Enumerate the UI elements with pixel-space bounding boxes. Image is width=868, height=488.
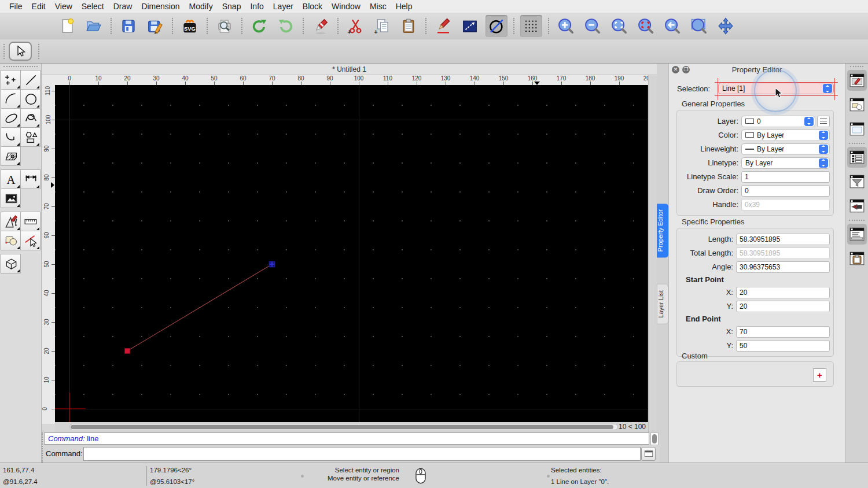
layer-combo[interactable]: 0	[741, 116, 815, 127]
menu-dimension[interactable]: Dimension	[137, 0, 184, 13]
clipboard-dock-button[interactable]	[847, 248, 867, 269]
strip-drag-handle[interactable]	[850, 66, 863, 67]
property-editor-dock-button[interactable]	[847, 70, 867, 91]
scrollbar-track[interactable]	[69, 424, 618, 430]
menu-select[interactable]: Select	[77, 0, 109, 13]
command-input[interactable]	[83, 447, 641, 461]
menu-draw[interactable]: Draw	[109, 0, 137, 13]
zoom-back-button[interactable]	[661, 15, 683, 37]
command-detach-button[interactable]	[641, 447, 656, 461]
combo-stepper[interactable]	[823, 84, 832, 93]
deselect-tools-button[interactable]	[20, 231, 41, 250]
menu-view[interactable]: View	[50, 0, 77, 13]
solid-tools-button[interactable]	[1, 254, 21, 273]
menu-modify[interactable]: Modify	[185, 0, 218, 13]
menu-layer[interactable]: Layer	[269, 0, 298, 13]
block-list-dock-button[interactable]	[847, 94, 867, 115]
zoom-previous-button[interactable]	[635, 15, 657, 37]
combo-stepper[interactable]	[819, 131, 828, 140]
draw-arc-button[interactable]	[1, 89, 21, 109]
dock-tab-layer-list[interactable]: Layer List	[657, 284, 668, 324]
save-button[interactable]	[117, 15, 139, 37]
new-file-button[interactable]	[56, 15, 78, 37]
draw-text-button[interactable]: A	[1, 169, 21, 189]
print-preview-button[interactable]	[214, 15, 236, 37]
color-combo[interactable]: By Layer	[741, 130, 830, 141]
erase-button[interactable]	[310, 15, 332, 37]
export-svg-button[interactable]: SVG	[179, 15, 201, 37]
layer-menu-button[interactable]	[817, 116, 830, 127]
linetype-combo[interactable]: By Layer	[741, 157, 830, 169]
draw-line-button[interactable]	[20, 70, 41, 90]
line-end-handle[interactable]	[269, 261, 275, 267]
selected-line-entity[interactable]	[127, 264, 272, 351]
layer-list-dock-button[interactable]	[847, 147, 867, 168]
combo-stepper[interactable]	[804, 117, 814, 126]
zoom-out-button[interactable]	[582, 15, 604, 37]
draw-hatch-button[interactable]	[1, 146, 21, 166]
draw-polyline-button[interactable]	[1, 127, 21, 147]
redo-button[interactable]	[275, 15, 297, 37]
grid-snap-button[interactable]	[520, 15, 542, 37]
x-input[interactable]	[736, 287, 830, 298]
layer-filter-dock-button[interactable]	[847, 171, 867, 192]
draw-points-button[interactable]	[1, 70, 21, 90]
menu-snap[interactable]: Snap	[218, 0, 246, 13]
circle-tool-button[interactable]	[486, 15, 507, 37]
drawing-canvas[interactable]	[55, 85, 648, 422]
scrollbar-thumb[interactable]	[71, 425, 613, 429]
linetype-scale-input[interactable]	[741, 171, 830, 183]
dock-tab-property-editor[interactable]: Property Editor	[657, 204, 668, 257]
insert-image-button[interactable]	[1, 188, 21, 208]
menu-info[interactable]: Info	[245, 0, 268, 13]
paste-button[interactable]	[398, 15, 420, 37]
zoom-in-button[interactable]	[555, 15, 577, 37]
draw-order-input[interactable]	[741, 185, 830, 197]
command-line-dock-button[interactable]	[847, 224, 867, 245]
modify-tools-button[interactable]	[1, 212, 21, 231]
vertical-scrollbar[interactable]	[648, 75, 657, 432]
zoom-auto-button[interactable]	[608, 15, 630, 37]
draw-polygon-button[interactable]	[20, 127, 41, 147]
draw-spline-button[interactable]	[20, 108, 41, 128]
y-input[interactable]	[736, 340, 830, 352]
menu-misc[interactable]: Misc	[365, 0, 391, 13]
zoom-pan-button[interactable]	[715, 15, 737, 37]
length-input[interactable]	[736, 234, 830, 245]
zoom-window-button[interactable]	[688, 15, 710, 37]
combo-stepper[interactable]	[819, 145, 828, 154]
menu-file[interactable]: File	[5, 0, 27, 13]
horizontal-scrollbar[interactable]: 10 < 100	[55, 422, 648, 432]
draw-ellipse-button[interactable]	[1, 108, 21, 128]
menu-window[interactable]: Window	[327, 0, 365, 13]
select-tool-button[interactable]	[9, 42, 32, 61]
menu-block[interactable]: Block	[298, 0, 327, 13]
palette-drag-handle[interactable]	[3, 66, 38, 67]
line-start-handle[interactable]	[125, 349, 130, 354]
draw-pen-button[interactable]	[432, 15, 454, 37]
menu-help[interactable]: Help	[391, 0, 417, 13]
open-file-button[interactable]	[83, 15, 105, 37]
measure-tools-button[interactable]	[20, 212, 41, 231]
menu-edit[interactable]: Edit	[27, 0, 50, 13]
status-splitter[interactable]	[547, 475, 550, 478]
undo-button[interactable]	[248, 15, 270, 37]
angle-input[interactable]	[736, 261, 830, 273]
command-history-scrollbar[interactable]	[650, 432, 659, 445]
save-as-button[interactable]	[144, 15, 166, 37]
draw-dimension-button[interactable]	[20, 169, 41, 189]
x-input[interactable]	[736, 326, 830, 338]
y-input[interactable]	[736, 301, 830, 312]
toolbar-handle[interactable]	[3, 44, 5, 59]
library-browser-dock-button[interactable]	[847, 119, 867, 139]
quick-info-dock-button[interactable]	[847, 195, 867, 216]
handle-input[interactable]	[741, 199, 830, 210]
combo-stepper[interactable]	[819, 158, 828, 168]
total-length-input[interactable]	[736, 247, 830, 259]
scrollbar-thumb[interactable]	[652, 434, 657, 443]
copy-button[interactable]: +	[371, 15, 393, 37]
draw-circle-button[interactable]	[20, 89, 41, 109]
toolbar-handle[interactable]	[38, 44, 39, 59]
lineweight-combo[interactable]: By Layer	[741, 143, 830, 155]
shape-tools-button[interactable]	[1, 231, 21, 250]
